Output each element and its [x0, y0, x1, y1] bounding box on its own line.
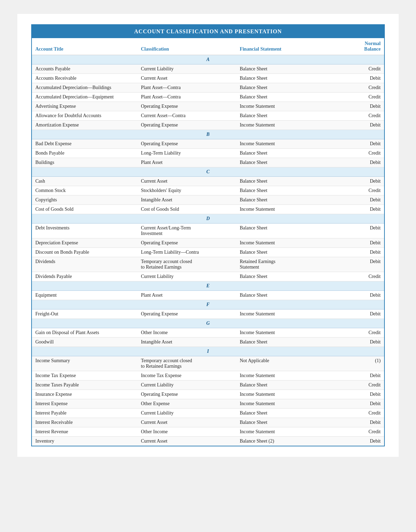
- normal-balance-cell: Credit: [335, 93, 384, 102]
- table-row: Debt InvestmentsCurrent Asset/Long-TermI…: [32, 224, 384, 238]
- account-title-cell: Accounts Receivable: [32, 74, 137, 83]
- account-title-cell: Inventory: [32, 437, 137, 446]
- financial-statement-cell: Balance Sheet: [236, 409, 335, 418]
- classification-cell: Plant Asset—Contra: [137, 83, 236, 93]
- column-header-row: Account Title Classification Financial S…: [32, 38, 384, 55]
- normal-balance-cell: Debit: [335, 177, 384, 186]
- normal-balance-cell: Debit: [335, 399, 384, 409]
- table-row: CopyrightsIntangible AssetBalance SheetD…: [32, 195, 384, 205]
- classification-cell: Current Asset—Contra: [137, 111, 236, 121]
- classification-cell: Operating Expense: [137, 390, 236, 399]
- table-row: Advertising ExpenseOperating ExpenseInco…: [32, 102, 384, 111]
- table-row: EquipmentPlant AssetBalance SheetDebit: [32, 291, 384, 300]
- normal-balance-cell: Debit: [335, 121, 384, 130]
- main-table: ACCOUNT CLASSIFICATION AND PRESENTATION …: [31, 24, 385, 446]
- section-header-D: D: [32, 214, 384, 224]
- section-letter: A: [32, 55, 384, 64]
- normal-balance-cell: Debit: [335, 418, 384, 427]
- table-row: Bonds PayableLong-Term LiabilityBalance …: [32, 149, 384, 158]
- financial-statement-cell: Retained EarningsStatement: [236, 257, 335, 272]
- classification-cell: Intangible Asset: [137, 338, 236, 347]
- table-row: Interest ExpenseOther ExpenseIncome Stat…: [32, 399, 384, 409]
- normal-balance-cell: Credit: [335, 186, 384, 195]
- classification-cell: Intangible Asset: [137, 195, 236, 205]
- account-title-cell: Insurance Expense: [32, 390, 137, 399]
- classification-cell: Stockholders' Equity: [137, 186, 236, 195]
- table-row: BuildingsPlant AssetBalance SheetDebit: [32, 158, 384, 167]
- table-row: Interest RevenueOther IncomeIncome State…: [32, 427, 384, 437]
- table-row: Interest ReceivableCurrent AssetBalance …: [32, 418, 384, 427]
- classification-cell: Operating Expense: [137, 121, 236, 130]
- account-title-cell: Freight-Out: [32, 309, 137, 319]
- normal-balance-cell: Debit: [335, 205, 384, 214]
- classification-cell: Temporary account closedto Retained Earn…: [137, 356, 236, 371]
- normal-balance-cell: Debit: [335, 248, 384, 257]
- classification-cell: Other Income: [137, 427, 236, 437]
- account-title-cell: Debt Investments: [32, 224, 137, 238]
- classification-cell: Operating Expense: [137, 238, 236, 248]
- account-title-cell: Cost of Goods Sold: [32, 205, 137, 214]
- financial-statement-cell: Balance Sheet: [236, 158, 335, 167]
- normal-balance-cell: Debit: [335, 102, 384, 111]
- account-title-cell: Accounts Payable: [32, 64, 137, 74]
- table-row: Accumulated Depreciation—BuildingsPlant …: [32, 83, 384, 93]
- account-title-cell: Income Summary: [32, 356, 137, 371]
- account-title-cell: Equipment: [32, 291, 137, 300]
- financial-statement-cell: Balance Sheet: [236, 272, 335, 281]
- classification-cell: Current Asset: [137, 418, 236, 427]
- account-title-cell: Income Taxes Payable: [32, 381, 137, 390]
- normal-balance-cell: Debit: [335, 291, 384, 300]
- section-letter: B: [32, 130, 384, 139]
- section-letter: D: [32, 214, 384, 224]
- account-title-cell: Interest Receivable: [32, 418, 137, 427]
- normal-balance-cell: Debit: [335, 371, 384, 381]
- normal-balance-cell: Debit: [335, 224, 384, 238]
- financial-statement-cell: Income Statement: [236, 328, 335, 338]
- classification-cell: Current Liability: [137, 64, 236, 74]
- table-row: Gain on Disposal of Plant AssetsOther In…: [32, 328, 384, 338]
- classification-cell: Operating Expense: [137, 102, 236, 111]
- financial-statement-cell: Balance Sheet: [236, 93, 335, 102]
- table-row: Accounts PayableCurrent LiabilityBalance…: [32, 64, 384, 74]
- section-header-E: E: [32, 281, 384, 291]
- account-title-cell: Interest Payable: [32, 409, 137, 418]
- account-title-cell: Interest Expense: [32, 399, 137, 409]
- section-header-I: I: [32, 347, 384, 356]
- normal-balance-cell: Credit: [335, 381, 384, 390]
- financial-statement-cell: Balance Sheet: [236, 248, 335, 257]
- financial-statement-cell: Income Statement: [236, 390, 335, 399]
- normal-balance-cell: Debit: [335, 338, 384, 347]
- table-row: Interest PayableCurrent LiabilityBalance…: [32, 409, 384, 418]
- account-title-cell: Interest Revenue: [32, 427, 137, 437]
- classification-cell: Income Tax Expense: [137, 371, 236, 381]
- account-title-cell: Dividends Payable: [32, 272, 137, 281]
- table-row: Allowance for Doubtful AccountsCurrent A…: [32, 111, 384, 121]
- normal-balance-cell: Credit: [335, 328, 384, 338]
- normal-balance-cell: Debit: [335, 238, 384, 248]
- table-row: DividendsTemporary account closedto Reta…: [32, 257, 384, 272]
- classification-cell: Other Income: [137, 328, 236, 338]
- section-header-F: F: [32, 300, 384, 309]
- normal-balance-cell: Debit: [335, 390, 384, 399]
- financial-statement-cell: Balance Sheet: [236, 83, 335, 93]
- table-row: Depreciation ExpenseOperating ExpenseInc…: [32, 238, 384, 248]
- section-letter: F: [32, 300, 384, 309]
- financial-statement-cell: Balance Sheet: [236, 338, 335, 347]
- table-row: Amortization ExpenseOperating ExpenseInc…: [32, 121, 384, 130]
- account-title-cell: Discount on Bonds Payable: [32, 248, 137, 257]
- classification-cell: Plant Asset: [137, 291, 236, 300]
- financial-statement-cell: Balance Sheet: [236, 111, 335, 121]
- table-row: Income SummaryTemporary account closedto…: [32, 356, 384, 371]
- classification-cell: Current Asset: [137, 177, 236, 186]
- account-title-cell: Goodwill: [32, 338, 137, 347]
- table-row: Dividends PayableCurrent LiabilityBalanc…: [32, 272, 384, 281]
- table-row: CashCurrent AssetBalance SheetDebit: [32, 177, 384, 186]
- financial-statement-cell: Income Statement: [236, 399, 335, 409]
- table-title: ACCOUNT CLASSIFICATION AND PRESENTATION: [32, 25, 384, 38]
- table-row: Cost of Goods SoldCost of Goods SoldInco…: [32, 205, 384, 214]
- account-title-cell: Amortization Expense: [32, 121, 137, 130]
- table-row: GoodwillIntangible AssetBalance SheetDeb…: [32, 338, 384, 347]
- col-account-title: Account Title: [32, 38, 137, 55]
- section-letter: G: [32, 319, 384, 328]
- normal-balance-cell: Debit: [335, 309, 384, 319]
